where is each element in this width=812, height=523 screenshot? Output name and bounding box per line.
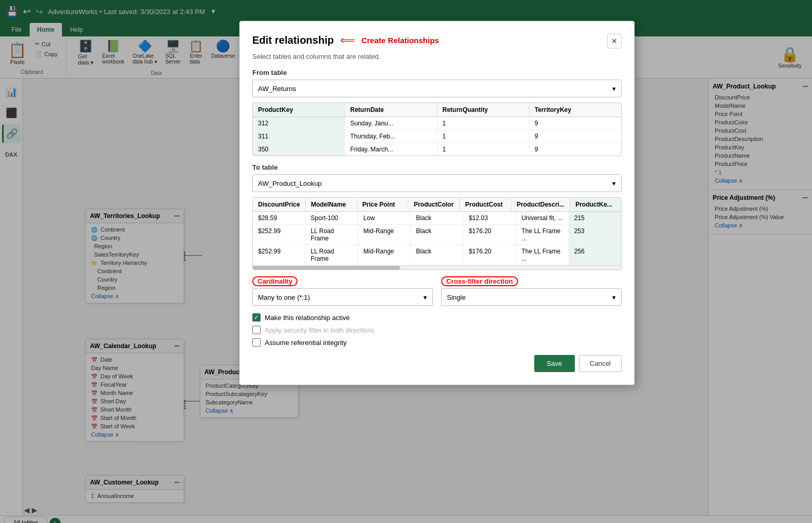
cross-filter-label: Cross-filter direction	[441, 277, 622, 285]
from-col-returnqty: ReturnQuantity	[437, 103, 530, 117]
from-cell-3-1: 350	[253, 143, 345, 156]
assume-integrity-row: Assume referential integrity	[252, 338, 622, 347]
from-table-label: From table	[252, 69, 622, 76]
from-cell-1-1: 312	[253, 117, 345, 130]
make-active-checkbox[interactable]: ✓	[252, 313, 261, 322]
cross-filter-chevron: ▾	[612, 294, 616, 301]
to-row-1: $28.59 Sport-100 Low Black $12.03 Univer…	[253, 212, 621, 225]
from-cell-2-1: 311	[253, 130, 345, 143]
to-col-key: ProductKe...	[570, 198, 621, 211]
from-cell-3-2: Friday, March...	[345, 143, 437, 156]
to-table-preview: DiscountPrice ModelName Price Point Prod…	[252, 197, 622, 270]
to-cell-3-2: LL Road Frame	[305, 245, 358, 265]
to-cell-1-4: Black	[411, 212, 463, 224]
from-cell-2-2: Thursday, Feb...	[345, 130, 437, 143]
to-cell-1-3: Low	[358, 212, 411, 224]
from-cell-3-4: 9	[530, 143, 621, 156]
dialog-arrow-icon: ⟸	[340, 34, 355, 46]
dialog-title: Edit relationship	[252, 34, 334, 46]
from-table-dropdown[interactable]: AW_Returns ▾	[252, 80, 622, 97]
from-table-preview: ProductKey ReturnDate ReturnQuantity Ter…	[252, 103, 622, 156]
make-active-row: ✓ Make this relationship active	[252, 313, 622, 322]
to-table-header-row: DiscountPrice ModelName Price Point Prod…	[253, 198, 621, 212]
from-cell-1-4: 9	[530, 117, 621, 130]
to-table-scrollbar[interactable]	[253, 265, 621, 270]
cross-filter-selected: Single	[447, 294, 466, 301]
to-cell-2-5: $176.20	[463, 225, 516, 245]
to-cell-1-2: Sport-100	[305, 212, 358, 224]
to-cell-2-4: Black	[411, 225, 463, 245]
cardinality-selected: Many to one (*:1)	[258, 294, 310, 301]
to-cell-1-1: $28.59	[253, 212, 305, 224]
settings-row: Cardinality Many to one (*:1) ▾ Cross-fi…	[252, 277, 622, 306]
from-cell-3-3: 1	[437, 143, 530, 156]
to-cell-3-1: $252.99	[253, 245, 305, 265]
to-cell-2-7: 253	[569, 225, 621, 245]
from-col-productkey: ProductKey	[253, 103, 345, 117]
security-filter-checkbox	[252, 326, 261, 334]
dialog-close-button[interactable]: ✕	[607, 34, 622, 48]
to-table-selected: AW_Product_Lookup	[258, 180, 321, 187]
dialog-header: Edit relationship ⟸ Create Relationships…	[252, 34, 622, 48]
cancel-button[interactable]: Cancel	[579, 355, 622, 372]
from-col-territorykey: TerritoryKey	[530, 103, 621, 117]
to-row-3: $252.99 LL Road Frame Mid-Range Black $1…	[253, 245, 621, 265]
cardinality-group: Cardinality Many to one (*:1) ▾	[252, 277, 433, 306]
to-table-label: To table	[252, 163, 622, 171]
to-cell-3-4: Black	[411, 245, 463, 265]
from-cell-2-4: 9	[530, 130, 621, 143]
from-row-1: 312 Sunday, Janu... 1 9	[253, 117, 621, 130]
make-active-check: ✓	[254, 314, 259, 321]
cross-filter-circle: Cross-filter direction	[441, 276, 518, 286]
create-relationships-link[interactable]: Create Relationships	[362, 36, 439, 45]
from-table-selected: AW_Returns	[258, 85, 296, 93]
to-col-cost: ProductCost	[460, 198, 511, 211]
to-cell-2-2: LL Road Frame	[305, 225, 358, 245]
to-table-chevron: ▾	[612, 180, 616, 187]
dialog-title-area: Edit relationship ⟸ Create Relationships	[252, 34, 439, 46]
to-col-model: ModelName	[306, 198, 357, 211]
save-button[interactable]: Save	[534, 355, 575, 372]
cross-filter-dropdown[interactable]: Single ▾	[441, 288, 622, 306]
to-col-discount: DiscountPrice	[253, 198, 306, 211]
from-col-returndate: ReturnDate	[345, 103, 437, 117]
to-row-2: $252.99 LL Road Frame Mid-Range Black $1…	[253, 225, 621, 245]
dialog-footer: Save Cancel	[252, 355, 622, 372]
to-table-dropdown[interactable]: AW_Product_Lookup ▾	[252, 174, 622, 192]
assume-integrity-checkbox[interactable]	[252, 338, 261, 347]
to-cell-1-5: $12.03	[463, 212, 516, 224]
to-cell-3-6: The LL Frame ...	[516, 245, 569, 265]
to-col-desc: ProductDescri...	[511, 198, 570, 211]
to-cell-1-6: Universal fit, ...	[516, 212, 569, 224]
cardinality-circle: Cardinality	[252, 276, 298, 286]
from-table-header-row: ProductKey ReturnDate ReturnQuantity Ter…	[253, 103, 621, 117]
from-row-2: 311 Thursday, Feb... 1 9	[253, 130, 621, 143]
from-cell-1-3: 1	[437, 117, 530, 130]
to-col-pricepoint: Price Point	[357, 198, 409, 211]
cardinality-label: Cardinality	[252, 277, 433, 285]
to-cell-1-7: 215	[569, 212, 621, 224]
make-active-label: Make this relationship active	[265, 314, 350, 322]
to-cell-3-3: Mid-Range	[358, 245, 411, 265]
to-table-scrollbar-thumb	[253, 266, 400, 270]
security-filter-label: Apply security filter in both directions	[265, 326, 375, 334]
cardinality-chevron: ▾	[423, 294, 427, 301]
from-table-chevron: ▾	[612, 85, 616, 93]
cardinality-dropdown[interactable]: Many to one (*:1) ▾	[252, 288, 433, 306]
to-cell-2-3: Mid-Range	[358, 225, 411, 245]
from-cell-2-3: 1	[437, 130, 530, 143]
edit-relationship-dialog: Edit relationship ⟸ Create Relationships…	[239, 21, 635, 385]
from-row-3: 350 Friday, March... 1 9	[253, 143, 621, 156]
to-cell-2-1: $252.99	[253, 225, 305, 245]
security-filter-row: Apply security filter in both directions	[252, 326, 622, 334]
cross-filter-group: Cross-filter direction Single ▾	[441, 277, 622, 306]
to-cell-2-6: The LL Frame ...	[516, 225, 569, 245]
to-cell-3-7: 256	[569, 245, 621, 265]
to-col-color: ProductColor	[408, 198, 460, 211]
dialog-subtitle: Select tables and columns that are relat…	[252, 53, 622, 60]
to-cell-3-5: $176.20	[463, 245, 516, 265]
assume-integrity-label: Assume referential integrity	[265, 339, 347, 347]
from-cell-1-2: Sunday, Janu...	[345, 117, 437, 130]
